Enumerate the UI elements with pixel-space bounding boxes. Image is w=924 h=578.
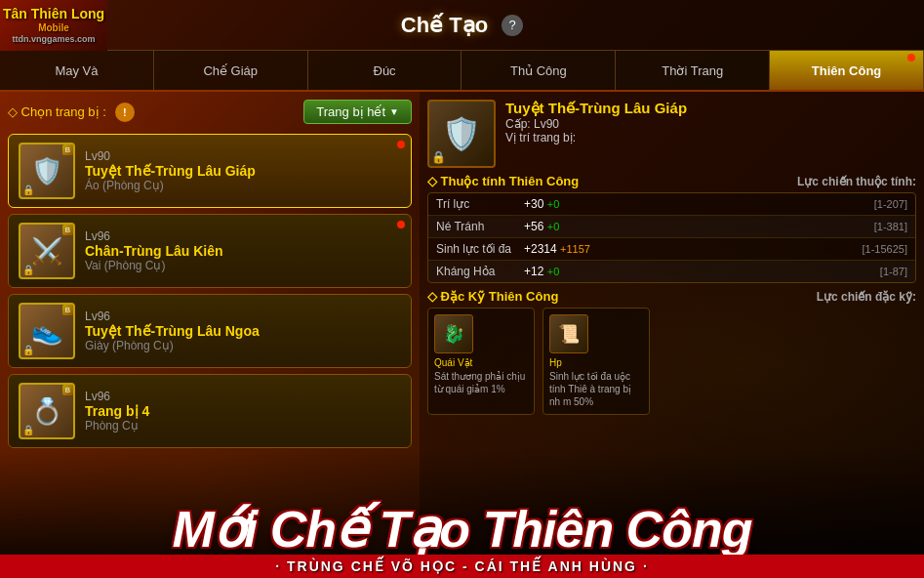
item-sub: Vai (Phòng Cụ): [85, 259, 401, 272]
stat-row: Trí lực +30 +0 [1-207]: [428, 193, 915, 216]
item-badge: B: [62, 144, 73, 155]
list-item[interactable]: 🛡️ B 🔒 Lv90 Tuyệt Thế-Trùng Lâu Giáp Áo …: [8, 134, 412, 208]
tab-thu-cong[interactable]: Thủ Công: [462, 51, 616, 90]
skill-label: Quái Vật: [434, 357, 528, 368]
item-name: Chân-Trùng Lâu Kiên: [85, 243, 401, 259]
attributes-section-title: ◇ Thuộc tính Thiên Công Lực chiến thuộc …: [427, 174, 916, 188]
lock-icon: 🔒: [22, 345, 34, 355]
skill-icon: 🐉: [434, 314, 473, 353]
item-icon: ⚔️ B 🔒: [19, 223, 75, 279]
detail-lock-icon: 🔒: [431, 150, 446, 164]
item-sub: Phòng Cụ: [85, 419, 401, 433]
red-dot-indicator: [397, 141, 405, 148]
dropdown-arrow-icon: ▼: [389, 106, 399, 117]
skill-label: Hp: [549, 357, 643, 368]
item-level: Lv96: [85, 229, 401, 243]
page-title: Chế Tạo: [401, 13, 488, 38]
dropdown-button[interactable]: Trang bị hết ▼: [303, 100, 412, 124]
skills-section-title: ◇ Đặc Kỹ Thiên Công Lực chiến đặc kỹ:: [427, 289, 916, 304]
detail-title: Tuyệt Thế-Trùng Lâu Giáp Cấp: Lv90 Vị tr…: [505, 100, 916, 144]
banner-title: Mới Chế Tạo Thiên Công: [173, 504, 752, 555]
stat-row: Né Tránh +56 +0 [1-381]: [428, 216, 915, 238]
skill-desc: Sinh lực tối đa uộc tính Thiê à trang bị…: [549, 370, 643, 408]
tab-che-giap[interactable]: Chế Giáp: [154, 51, 308, 90]
item-info: Lv90 Tuyệt Thế-Trùng Lâu Giáp Áo (Phòng …: [85, 149, 401, 192]
tab-may-va[interactable]: May Và: [0, 51, 154, 90]
item-icon: 💍 B 🔒: [19, 383, 75, 439]
item-icon: 🛡️ B 🔒: [19, 143, 75, 199]
detail-item-icon: 🛡️ 🔒: [427, 100, 496, 168]
item-level: Lv96: [85, 390, 401, 403]
item-info: Lv96 Trang bị 4 Phòng Cụ: [85, 390, 401, 433]
item-name: Trang bị 4: [85, 403, 401, 419]
skills-list: 🐉 Quái Vật Sát thương phải chịu từ quái …: [427, 308, 916, 415]
item-sub: Áo (Phòng Cụ): [85, 179, 401, 192]
detail-item-name: Tuyệt Thế-Trùng Lâu Giáp: [505, 100, 916, 117]
item-badge: B: [62, 305, 73, 315]
select-header: ◇ Chọn trang bị : ! Trang bị hết ▼: [8, 100, 412, 124]
lock-icon: 🔒: [22, 185, 34, 195]
tab-bar: May Và Chế Giáp Đúc Thủ Công Thời Trang …: [0, 51, 924, 92]
item-info: Lv96 Tuyệt Thế-Trùng Lâu Ngoa Giày (Phòn…: [85, 310, 401, 352]
skill-desc: Sát thương phải chịu từ quái giảm 1%: [434, 370, 528, 395]
red-dot-indicator: [397, 221, 405, 228]
item-name: Tuyệt Thế-Trùng Lâu Ngoa: [85, 323, 401, 339]
stats-table: Trí lực +30 +0 [1-207] Né Tránh +56 +0 […: [427, 192, 916, 283]
skill-icon: 📜: [549, 314, 588, 353]
detail-item-pos: Vị trí trang bị:: [505, 131, 916, 144]
list-item[interactable]: 💍 B 🔒 Lv96 Trang bị 4 Phòng Cụ: [8, 374, 412, 448]
item-info: Lv96 Chân-Trùng Lâu Kiên Vai (Phòng Cụ): [85, 229, 401, 272]
logo-text: Tân Thiên Long Mobile ttdn.vnggames.com: [3, 6, 104, 45]
item-level: Lv90: [85, 149, 401, 163]
stat-row: Sinh lực tối đa +2314 +1157 [1-15625]: [428, 238, 915, 261]
detail-header: 🛡️ 🔒 Tuyệt Thế-Trùng Lâu Giáp Cấp: Lv90 …: [427, 100, 916, 168]
bottom-banner: Mới Chế Tạo Thiên Công · TRÙNG CHẾ VÕ HỌ…: [0, 451, 924, 578]
skills-section: ◇ Đặc Kỹ Thiên Công Lực chiến đặc kỹ: 🐉 …: [427, 289, 916, 415]
warning-icon[interactable]: !: [115, 103, 135, 122]
item-level: Lv96: [85, 310, 401, 323]
item-badge: B: [62, 225, 73, 235]
tab-thien-cong[interactable]: Thiên Công: [770, 51, 924, 90]
select-label: ◇ Chọn trang bị :: [8, 104, 106, 119]
tab-badge: [907, 54, 915, 62]
item-badge: B: [62, 385, 73, 395]
banner-subtitle: · TRÙNG CHẾ VÕ HỌC - CÁI THẾ ANH HÙNG ·: [0, 555, 924, 578]
attributes-section: ◇ Thuộc tính Thiên Công Lực chiến thuộc …: [427, 174, 916, 283]
item-sub: Giày (Phòng Cụ): [85, 339, 401, 352]
tab-thoi-trang[interactable]: Thời Trang: [616, 51, 770, 90]
logo-area: Tân Thiên Long Mobile ttdn.vnggames.com: [0, 0, 107, 51]
skill-item: 📜 Hp Sinh lực tối đa uộc tính Thiê à tra…: [542, 308, 650, 415]
skill-item: 🐉 Quái Vật Sát thương phải chịu từ quái …: [427, 308, 535, 415]
item-name: Tuyệt Thế-Trùng Lâu Giáp: [85, 163, 401, 179]
lock-icon: 🔒: [22, 425, 34, 435]
stat-row: Kháng Hỏa +12 +0 [1-87]: [428, 261, 915, 282]
detail-item-level: Cấp: Lv90: [505, 117, 916, 131]
top-bar: Tân Thiên Long Mobile ttdn.vnggames.com …: [0, 0, 924, 51]
help-icon[interactable]: ?: [502, 15, 523, 36]
list-item[interactable]: 👟 B 🔒 Lv96 Tuyệt Thế-Trùng Lâu Ngoa Giày…: [8, 294, 412, 368]
lock-icon: 🔒: [22, 265, 34, 275]
item-icon: 👟 B 🔒: [19, 303, 75, 359]
list-item[interactable]: ⚔️ B 🔒 Lv96 Chân-Trùng Lâu Kiên Vai (Phò…: [8, 214, 412, 288]
tab-duc[interactable]: Đúc: [308, 51, 462, 90]
